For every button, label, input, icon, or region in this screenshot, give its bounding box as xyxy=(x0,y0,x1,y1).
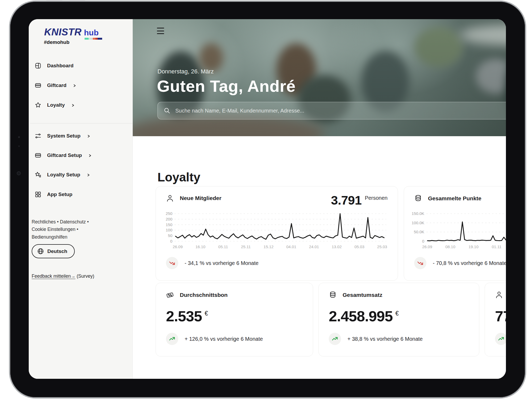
sidebar: KNISTRhub #demohub Dashboard Giftcard Lo… xyxy=(29,19,133,379)
language-button-label: Deutsch xyxy=(47,248,67,254)
search-icon xyxy=(164,107,171,114)
sidebar-item-label: Loyalty xyxy=(47,102,65,108)
card-gesamtumsatz: Gesamtumsatz 2.458.995€ + 38,8 % vs vorh… xyxy=(318,283,479,356)
giftcard-icon xyxy=(35,82,41,89)
brand-color-segment xyxy=(93,38,95,40)
search-input[interactable] xyxy=(175,107,506,114)
svg-text:24.01: 24.01 xyxy=(309,244,319,249)
main-content: Donnerstag, 26. März Guten Tag, André Lo… xyxy=(133,19,506,379)
sidebar-item-loyalty[interactable]: Loyalty xyxy=(35,101,75,109)
svg-text:100: 100 xyxy=(166,228,172,232)
language-button[interactable]: Deutsch xyxy=(32,244,75,258)
card-header xyxy=(495,291,506,298)
front-camera xyxy=(17,171,21,175)
tablet-frame: KNISTRhub #demohub Dashboard Giftcard Lo… xyxy=(10,2,525,397)
card-durchschnittsbon: Durchschnittsbon 2.535€ + 126,0 % vs vor… xyxy=(156,283,313,356)
trend-up-icon xyxy=(498,336,504,342)
svg-text:250: 250 xyxy=(166,211,172,216)
trend-up-icon xyxy=(332,336,338,342)
svg-text:05.11: 05.11 xyxy=(218,244,228,249)
sidebar-item-label: Giftcard xyxy=(47,82,66,88)
svg-text:04.01: 04.01 xyxy=(286,244,296,249)
menu-hamburger-icon[interactable] xyxy=(157,28,165,34)
svg-text:100.0K: 100.0K xyxy=(412,221,424,225)
hub-tag: #demohub xyxy=(44,39,69,45)
kpi-unit: € xyxy=(395,310,399,317)
svg-text:16.10: 16.10 xyxy=(196,244,206,249)
giftcard-icon xyxy=(35,152,41,159)
svg-text:25.03: 25.03 xyxy=(377,244,387,249)
trend-up-icon xyxy=(169,336,175,342)
svg-text:19.10: 19.10 xyxy=(468,244,479,249)
kpi-value: 2.535 xyxy=(166,308,202,325)
legal-links[interactable]: Rechtliches • Datenschutz • Cookie Einst… xyxy=(32,218,100,241)
svg-text:05.03: 05.03 xyxy=(354,244,364,249)
trend-text: - 34,1 % vs vorherige 6 Monate xyxy=(185,260,259,266)
svg-text:26.09: 26.09 xyxy=(422,244,432,249)
trend-circle xyxy=(166,333,178,345)
card-neue-mitglieder: Neue Mitglieder 3.791 Personen 050100150… xyxy=(156,186,398,281)
card-header: Durchschnittsbon xyxy=(166,291,228,299)
sidebar-item-system-setup[interactable]: System Setup xyxy=(35,132,90,140)
kpi-unit: Personen xyxy=(365,195,388,201)
page: KNISTRhub #demohub Dashboard Giftcard Lo… xyxy=(0,0,532,399)
brand-logo-suffix: hub xyxy=(84,28,99,37)
light-sensor xyxy=(18,136,20,138)
kpi-value: 3.791 xyxy=(331,193,361,207)
screen: KNISTRhub #demohub Dashboard Giftcard Lo… xyxy=(29,19,506,379)
ticket-percent-icon xyxy=(166,291,174,299)
sliders-icon xyxy=(35,132,41,139)
sidebar-item-giftcard[interactable]: Giftcard xyxy=(35,81,76,89)
brand-logo: KNISTRhub xyxy=(44,27,99,38)
chevron-right-icon xyxy=(88,154,92,157)
svg-text:150: 150 xyxy=(166,222,172,227)
chevron-right-icon xyxy=(86,173,90,177)
person-icon xyxy=(495,291,503,298)
card-title: Gesammelte Punkte xyxy=(428,195,481,202)
card-kpi: 2.458.995€ xyxy=(329,307,399,325)
card-kpi: 77 xyxy=(495,307,506,325)
card-header: Gesamtumsatz xyxy=(329,291,382,299)
card-title: Neue Mitglieder xyxy=(180,195,221,201)
card-kpi: 3.791 Personen xyxy=(331,193,388,207)
feedback-link[interactable]: Feedback mitteilen→ xyxy=(32,273,75,279)
feedback-row: Feedback mitteilen→ (Survey) xyxy=(32,273,94,279)
kpi-value: 77 xyxy=(495,308,506,325)
trend-down-icon xyxy=(169,260,175,266)
sidebar-item-label: Giftcard Setup xyxy=(47,152,82,158)
sidebar-item-label: Loyalty Setup xyxy=(47,172,80,178)
card-title: Gesamtumsatz xyxy=(343,292,382,298)
svg-text:0: 0 xyxy=(170,239,172,243)
microphone-dot xyxy=(18,146,20,147)
trend-row: + 126,0 % vs vorherige 6 Monate xyxy=(166,333,263,345)
sidebar-item-giftcard-setup[interactable]: Giftcard Setup xyxy=(35,151,92,159)
trend-circle xyxy=(329,333,341,345)
svg-text:200: 200 xyxy=(166,217,172,221)
trend-circle xyxy=(414,257,426,269)
person-icon xyxy=(166,194,174,202)
chevron-right-icon xyxy=(73,84,76,88)
sidebar-item-loyalty-setup[interactable]: Loyalty Setup xyxy=(35,171,90,179)
card-kpi: 2.535€ xyxy=(166,307,208,325)
sidebar-item-dashboard[interactable]: Dashboard xyxy=(35,62,73,70)
feedback-suffix: (Survey) xyxy=(75,273,94,279)
brand-color-segment xyxy=(98,38,102,40)
trend-circle xyxy=(166,257,178,269)
globe-icon xyxy=(37,248,44,255)
sidebar-item-label: Dashboard xyxy=(47,63,73,69)
brand-color-segment xyxy=(85,38,89,40)
chevron-right-icon xyxy=(71,103,75,107)
sidebar-divider xyxy=(30,123,132,123)
coins-icon xyxy=(329,291,337,299)
kpi-unit: € xyxy=(205,310,208,317)
card-header: Neue Mitglieder xyxy=(166,194,221,202)
brand-color-segment xyxy=(91,38,93,40)
chevron-right-icon xyxy=(87,134,90,138)
brand-color-segment xyxy=(89,38,91,40)
dashboard-icon xyxy=(35,62,41,69)
hero-photo: Donnerstag, 26. März Guten Tag, André xyxy=(133,19,506,136)
grid-icon xyxy=(35,191,41,198)
sidebar-item-app-setup[interactable]: App Setup xyxy=(35,190,72,198)
svg-text:0: 0 xyxy=(422,239,424,243)
svg-text:13.02: 13.02 xyxy=(332,244,342,249)
